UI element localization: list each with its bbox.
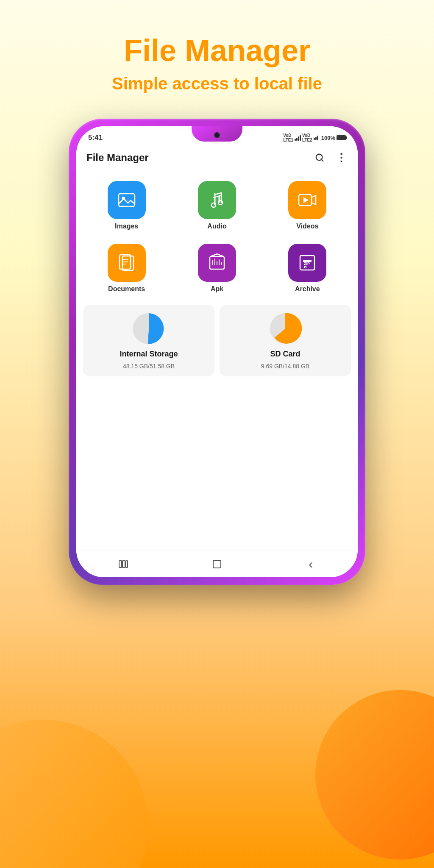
category-documents[interactable]: Documents <box>83 239 170 298</box>
bg-decoration-2 <box>315 690 434 860</box>
category-videos[interactable]: Videos <box>264 176 351 235</box>
documents-icon <box>116 252 137 273</box>
camera-notch <box>214 132 220 138</box>
battery-label: 100% <box>321 135 335 141</box>
audio-label: Audio <box>207 223 226 230</box>
category-audio[interactable]: Audio <box>173 176 260 235</box>
internal-storage-size: 48.15 GB/51.58 GB <box>123 363 175 370</box>
svg-point-4 <box>211 203 216 207</box>
search-button[interactable] <box>313 151 326 164</box>
archive-label: Archive <box>295 285 320 293</box>
category-apk[interactable]: Apk <box>173 239 260 298</box>
svg-rect-2 <box>119 194 135 206</box>
back-button[interactable]: ‹ <box>300 558 321 570</box>
sdcard-size: 9.69 GB/14.88 GB <box>261 363 309 370</box>
app-bar-title: File Manager <box>86 152 149 164</box>
apk-icon <box>206 252 228 273</box>
apk-icon-bg <box>198 244 236 282</box>
bar3 <box>317 136 318 140</box>
svg-marker-7 <box>303 197 309 203</box>
images-icon-bg <box>108 181 146 219</box>
signal2-label: VoDLTE2 <box>302 133 312 142</box>
svg-rect-9 <box>122 256 134 270</box>
home-button[interactable] <box>206 558 228 570</box>
signal1-label: VoDLTE1 <box>283 133 293 142</box>
storage-sdcard[interactable]: SD Card 9.69 GB/14.88 GB <box>220 305 351 376</box>
archive-icon-bg: ZIP <box>288 244 326 282</box>
bar4 <box>300 135 301 141</box>
recent-apps-button[interactable] <box>113 558 134 570</box>
images-label: Images <box>115 223 138 230</box>
battery-fill <box>337 136 345 139</box>
bar1 <box>295 139 296 141</box>
sdcard-name: SD Card <box>270 350 300 359</box>
bar2 <box>315 137 317 140</box>
signal-bars-2 <box>314 136 318 140</box>
videos-icon-bg <box>288 181 326 219</box>
category-grid: Images <box>83 176 351 298</box>
category-archive[interactable]: ZIP Archive <box>264 239 351 298</box>
header-section: File Manager Simple access to local file <box>112 0 322 93</box>
apk-label: Apk <box>211 285 223 293</box>
audio-icon-bg <box>198 181 236 219</box>
phone-container: 5:41 VoDLTE1 VoDLTE2 <box>69 119 365 585</box>
more-menu-button[interactable]: ⋮ <box>334 151 348 164</box>
svg-rect-22 <box>119 561 122 568</box>
page-root: File Manager Simple access to local file… <box>0 0 434 868</box>
archive-icon: ZIP <box>297 252 318 273</box>
storage-grid: Internal Storage 48.15 GB/51.58 GB <box>83 305 351 376</box>
documents-icon-bg <box>108 244 146 282</box>
page-subtitle: Simple access to local file <box>112 74 322 93</box>
phone-frame: 5:41 VoDLTE1 VoDLTE2 <box>69 119 365 585</box>
recent-icon <box>118 560 128 568</box>
svg-rect-23 <box>122 561 125 568</box>
app-bar-actions: ⋮ <box>313 151 348 164</box>
sdcard-storage-pie <box>268 312 302 345</box>
svg-rect-25 <box>213 560 221 568</box>
page-title: File Manager <box>112 34 322 67</box>
category-images[interactable]: Images <box>83 176 170 235</box>
phone-screen: Images <box>76 169 358 551</box>
images-icon <box>116 189 137 211</box>
phone-inner: 5:41 VoDLTE1 VoDLTE2 <box>76 126 358 577</box>
documents-label: Documents <box>108 285 145 293</box>
home-icon <box>212 559 222 569</box>
bg-decoration-1 <box>0 720 148 868</box>
bar1 <box>314 138 315 140</box>
svg-text:ZIP: ZIP <box>304 262 310 266</box>
svg-rect-24 <box>126 561 128 568</box>
status-icons: VoDLTE1 VoDLTE2 100 <box>283 133 346 142</box>
phone-notch <box>192 126 242 142</box>
battery-icon <box>337 135 346 140</box>
videos-label: Videos <box>296 223 318 230</box>
signal-bars-1 <box>295 135 301 141</box>
status-time: 5:41 <box>88 134 103 142</box>
videos-icon <box>297 189 318 211</box>
internal-storage-name: Internal Storage <box>120 350 178 359</box>
nav-bar: ‹ <box>76 551 358 577</box>
audio-icon <box>206 189 228 211</box>
app-bar: File Manager ⋮ <box>76 147 358 169</box>
storage-internal[interactable]: Internal Storage 48.15 GB/51.58 GB <box>83 305 214 376</box>
internal-storage-pie <box>132 312 166 345</box>
bar2 <box>296 138 298 141</box>
svg-line-1 <box>321 159 323 161</box>
bar3 <box>298 136 299 141</box>
